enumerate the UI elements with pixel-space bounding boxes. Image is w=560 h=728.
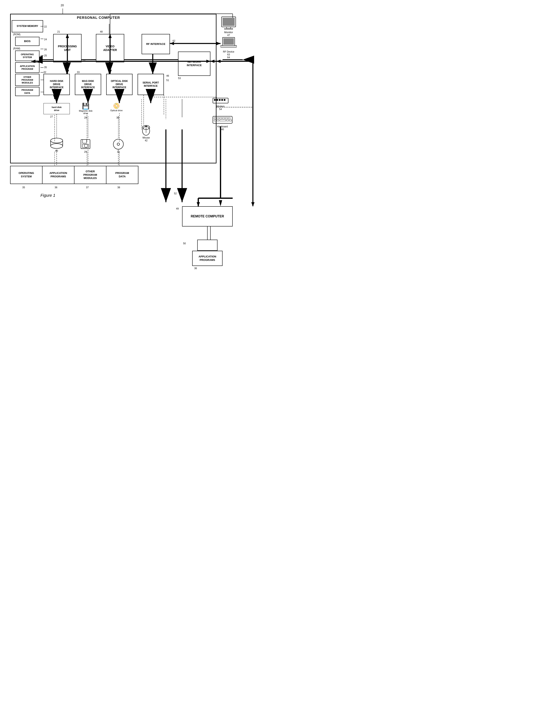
- label-21: 21: [57, 30, 60, 33]
- label-25: 25: [44, 54, 47, 57]
- modem-label: Modem: [212, 105, 229, 108]
- mag-disk-label: Magnetic diskdrive: [79, 110, 92, 115]
- label-28: 28: [84, 116, 87, 119]
- label-46: 46: [166, 74, 169, 77]
- svg-marker-132: [197, 202, 200, 206]
- svg-point-119: [84, 144, 88, 147]
- svg-marker-135: [251, 202, 255, 206]
- label-36-remote: 36: [194, 267, 197, 270]
- svg-rect-117: [83, 140, 87, 143]
- hard-disk-interface-box: HARD DISKDRIVEINTERFACE: [43, 74, 70, 95]
- optical-disk-area: 31: [112, 139, 124, 153]
- svg-point-121: [117, 143, 120, 145]
- floppy-icon: [80, 139, 91, 150]
- connector-box-50: [197, 240, 217, 251]
- system-memory-box: SYSTEM MEMORY: [12, 20, 43, 32]
- label-31: 31: [112, 151, 124, 153]
- label-51: 51: [166, 79, 169, 82]
- svg-rect-74: [225, 29, 233, 29]
- label-24: 24: [44, 38, 47, 41]
- mag-disk-icon: 💾: [79, 103, 92, 109]
- label-63: 63: [221, 53, 237, 56]
- svg-rect-94: [220, 118, 222, 119]
- svg-marker-129: [219, 200, 222, 206]
- label-47: 47: [221, 34, 237, 37]
- label-29: 29: [80, 151, 91, 153]
- label-34: 34: [108, 71, 111, 74]
- rom-label: (ROM): [13, 33, 20, 36]
- remote-computer-box: REMOTE COMPUTER: [182, 206, 233, 227]
- modem-icon: [212, 97, 229, 104]
- svg-point-120: [113, 139, 123, 149]
- pc-title: PERSONAL COMPUTER: [77, 16, 120, 20]
- svg-rect-101: [227, 120, 229, 121]
- label-27: 27: [50, 115, 53, 118]
- bottom-app-programs-box: APPLICATIONPROGRAMS: [42, 166, 74, 184]
- optical-drive-label-area: 📀 Optical drive: [110, 103, 123, 112]
- svg-rect-88: [219, 99, 221, 101]
- label-60: 60: [50, 150, 64, 152]
- mag-disk-interface-box: MAG DISKDRIVEINTERFACE: [75, 74, 101, 95]
- svg-point-113: [51, 144, 63, 148]
- keyboard-icon: [212, 115, 233, 124]
- label-62: 62: [173, 39, 175, 42]
- label-42: 42: [142, 139, 151, 142]
- svg-rect-89: [221, 99, 223, 101]
- laptop-icon: [221, 36, 237, 50]
- rf-device-label: RF Device: [221, 50, 237, 53]
- mag-disk-label-area: 💾 Magnetic diskdrive: [79, 103, 92, 115]
- monitor-area: Monitor 47: [221, 16, 237, 37]
- label-37-bottom: 37: [86, 186, 89, 189]
- floppy-area: 29: [80, 139, 91, 153]
- serial-port-interface-box: SERIAL PORTINTERFACE: [138, 74, 164, 95]
- optical-disk-icon: [112, 139, 124, 150]
- label-20: 20: [61, 4, 64, 7]
- svg-rect-92: [214, 118, 216, 119]
- keyboard-label: Keyboard: [212, 125, 233, 128]
- label-64: 64: [221, 56, 237, 59]
- mouse-label: Mouse: [142, 136, 151, 139]
- modem-area: Modem 54: [212, 97, 229, 111]
- hard-disk-drive-label-box: hard diskdrive: [43, 103, 70, 114]
- optical-drive-label: Optical drive: [110, 109, 123, 112]
- label-38-bottom: 38: [117, 186, 120, 189]
- label-23: 23: [83, 59, 85, 62]
- keyboard-area: Keyboard 40: [212, 115, 233, 131]
- label-52: 52: [174, 192, 177, 195]
- svg-rect-73: [227, 27, 231, 29]
- application-program-box: APPLICATIONPROGRAM: [15, 62, 39, 73]
- label-53: 53: [178, 77, 181, 80]
- rf-device-area: RF Device 63 64: [221, 36, 237, 59]
- svg-rect-102: [229, 120, 231, 121]
- label-40: 40: [212, 128, 233, 131]
- svg-rect-99: [217, 120, 219, 121]
- figure-caption: Figure 1: [40, 193, 55, 198]
- label-48: 48: [100, 30, 103, 33]
- svg-point-112: [51, 138, 63, 143]
- bottom-os-box: OPERATINGSYSTEM: [10, 166, 42, 184]
- app-programs-remote-box: APPLICATIONPROGRAMS: [192, 251, 223, 266]
- svg-marker-82: [216, 60, 221, 63]
- label-22: 22: [44, 25, 47, 28]
- bottom-other-modules-box: OTHERPROGRAMMODULES: [74, 166, 106, 184]
- label-50: 50: [183, 242, 186, 245]
- label-32: 32: [43, 71, 46, 74]
- label-36-bottom: 36: [55, 186, 57, 189]
- svg-rect-96: [225, 118, 227, 119]
- operating-system-mem-box: OPERATINGSYSTEM: [15, 51, 39, 61]
- bottom-program-data-box: PROGRAMDATA: [106, 166, 138, 184]
- monitor-icon: [221, 16, 237, 30]
- label-26: 26: [44, 48, 47, 51]
- network-interface-box: NETWORKINTERFACE: [178, 52, 210, 76]
- svg-rect-97: [228, 118, 230, 119]
- label-35: 35: [44, 66, 47, 69]
- mouse-area: Mouse 42: [142, 124, 151, 142]
- svg-rect-95: [223, 118, 225, 119]
- bios-box: BIOS: [15, 37, 39, 46]
- svg-rect-98: [214, 120, 216, 121]
- label-30: 30: [116, 116, 119, 119]
- optical-drive-icon: 📀: [110, 103, 123, 109]
- svg-marker-80: [216, 42, 221, 45]
- svg-rect-72: [223, 18, 235, 26]
- bottom-table: OPERATINGSYSTEM APPLICATIONPROGRAMS OTHE…: [10, 166, 138, 184]
